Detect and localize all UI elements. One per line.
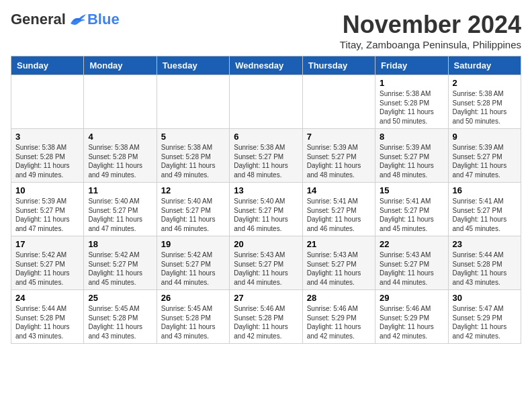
day-info: Sunrise: 5:38 AM Sunset: 5:28 PM Dayligh… xyxy=(161,143,225,179)
day-info: Sunrise: 5:42 AM Sunset: 5:27 PM Dayligh… xyxy=(15,250,79,287)
day-number: 12 xyxy=(161,185,225,195)
day-number: 15 xyxy=(380,185,443,195)
day-cell: 24Sunrise: 5:44 AM Sunset: 5:28 PM Dayli… xyxy=(11,290,84,344)
day-cell: 18Sunrise: 5:42 AM Sunset: 5:27 PM Dayli… xyxy=(84,236,157,290)
week-row-5: 24Sunrise: 5:44 AM Sunset: 5:28 PM Dayli… xyxy=(11,290,521,344)
day-cell xyxy=(157,75,229,129)
day-cell xyxy=(11,75,84,129)
day-number: 8 xyxy=(380,132,443,142)
day-number: 24 xyxy=(15,293,79,303)
day-cell: 16Sunrise: 5:41 AM Sunset: 5:27 PM Dayli… xyxy=(448,183,521,236)
day-number: 13 xyxy=(234,185,298,195)
day-info: Sunrise: 5:39 AM Sunset: 5:27 PM Dayligh… xyxy=(453,143,517,179)
day-number: 21 xyxy=(307,239,371,249)
week-row-1: 1Sunrise: 5:38 AM Sunset: 5:28 PM Daylig… xyxy=(11,75,521,129)
day-info: Sunrise: 5:44 AM Sunset: 5:28 PM Dayligh… xyxy=(453,250,517,287)
day-cell: 1Sunrise: 5:38 AM Sunset: 5:28 PM Daylig… xyxy=(375,75,448,129)
day-number: 19 xyxy=(161,239,225,249)
page-header: General Blue November 2024 Titay, Zamboa… xyxy=(11,11,521,50)
day-info: Sunrise: 5:40 AM Sunset: 5:27 PM Dayligh… xyxy=(234,197,298,233)
day-number: 6 xyxy=(234,132,298,142)
day-number: 22 xyxy=(380,239,443,249)
day-info: Sunrise: 5:38 AM Sunset: 5:28 PM Dayligh… xyxy=(453,89,517,126)
day-cell: 28Sunrise: 5:46 AM Sunset: 5:29 PM Dayli… xyxy=(302,290,375,344)
weekday-header-tuesday: Tuesday xyxy=(157,56,229,75)
weekday-header-thursday: Thursday xyxy=(302,56,375,75)
day-cell: 7Sunrise: 5:39 AM Sunset: 5:27 PM Daylig… xyxy=(302,129,375,183)
day-info: Sunrise: 5:38 AM Sunset: 5:28 PM Dayligh… xyxy=(15,143,79,179)
day-info: Sunrise: 5:40 AM Sunset: 5:27 PM Dayligh… xyxy=(161,197,225,233)
day-cell: 5Sunrise: 5:38 AM Sunset: 5:28 PM Daylig… xyxy=(157,129,229,183)
day-number: 4 xyxy=(88,132,152,142)
day-cell xyxy=(84,75,157,129)
day-info: Sunrise: 5:41 AM Sunset: 5:27 PM Dayligh… xyxy=(453,197,517,233)
day-info: Sunrise: 5:42 AM Sunset: 5:27 PM Dayligh… xyxy=(88,250,152,287)
day-info: Sunrise: 5:43 AM Sunset: 5:27 PM Dayligh… xyxy=(307,250,371,287)
weekday-header-monday: Monday xyxy=(84,56,157,75)
day-cell: 9Sunrise: 5:39 AM Sunset: 5:27 PM Daylig… xyxy=(448,129,521,183)
day-number: 2 xyxy=(453,78,517,88)
day-info: Sunrise: 5:43 AM Sunset: 5:27 PM Dayligh… xyxy=(234,250,298,287)
day-info: Sunrise: 5:41 AM Sunset: 5:27 PM Dayligh… xyxy=(307,197,371,233)
day-number: 30 xyxy=(453,293,517,303)
day-cell: 10Sunrise: 5:39 AM Sunset: 5:27 PM Dayli… xyxy=(11,183,84,236)
day-cell: 20Sunrise: 5:43 AM Sunset: 5:27 PM Dayli… xyxy=(230,236,302,290)
location-title: Titay, Zamboanga Peninsula, Philippines xyxy=(340,39,521,50)
logo-blue-text: Blue xyxy=(87,11,120,28)
day-info: Sunrise: 5:45 AM Sunset: 5:28 PM Dayligh… xyxy=(88,304,152,340)
day-cell: 23Sunrise: 5:44 AM Sunset: 5:28 PM Dayli… xyxy=(448,236,521,290)
day-info: Sunrise: 5:46 AM Sunset: 5:29 PM Dayligh… xyxy=(380,304,443,340)
day-number: 11 xyxy=(88,185,152,195)
day-cell: 3Sunrise: 5:38 AM Sunset: 5:28 PM Daylig… xyxy=(11,129,84,183)
day-cell: 22Sunrise: 5:43 AM Sunset: 5:27 PM Dayli… xyxy=(375,236,448,290)
day-info: Sunrise: 5:40 AM Sunset: 5:27 PM Dayligh… xyxy=(88,197,152,233)
day-number: 27 xyxy=(234,293,298,303)
day-number: 14 xyxy=(307,185,371,195)
day-cell: 25Sunrise: 5:45 AM Sunset: 5:28 PM Dayli… xyxy=(84,290,157,344)
day-cell: 2Sunrise: 5:38 AM Sunset: 5:28 PM Daylig… xyxy=(448,75,521,129)
weekday-header-friday: Friday xyxy=(375,56,448,75)
day-info: Sunrise: 5:46 AM Sunset: 5:29 PM Dayligh… xyxy=(307,304,371,340)
day-number: 3 xyxy=(15,132,79,142)
day-info: Sunrise: 5:38 AM Sunset: 5:28 PM Dayligh… xyxy=(380,89,443,126)
day-number: 25 xyxy=(88,293,152,303)
day-info: Sunrise: 5:39 AM Sunset: 5:27 PM Dayligh… xyxy=(15,197,79,233)
logo: General Blue xyxy=(11,11,120,28)
day-info: Sunrise: 5:43 AM Sunset: 5:27 PM Dayligh… xyxy=(380,250,443,287)
day-info: Sunrise: 5:38 AM Sunset: 5:27 PM Dayligh… xyxy=(234,143,298,179)
day-number: 10 xyxy=(15,185,79,195)
day-info: Sunrise: 5:41 AM Sunset: 5:27 PM Dayligh… xyxy=(380,197,443,233)
title-area: November 2024 Titay, Zamboanga Peninsula… xyxy=(340,11,521,50)
day-info: Sunrise: 5:42 AM Sunset: 5:27 PM Dayligh… xyxy=(161,250,225,287)
calendar-table: SundayMondayTuesdayWednesdayThursdayFrid… xyxy=(11,56,521,344)
weekday-header-row: SundayMondayTuesdayWednesdayThursdayFrid… xyxy=(11,56,521,75)
day-cell: 27Sunrise: 5:46 AM Sunset: 5:28 PM Dayli… xyxy=(230,290,302,344)
day-info: Sunrise: 5:38 AM Sunset: 5:28 PM Dayligh… xyxy=(88,143,152,179)
day-cell: 14Sunrise: 5:41 AM Sunset: 5:27 PM Dayli… xyxy=(302,183,375,236)
day-cell: 8Sunrise: 5:39 AM Sunset: 5:27 PM Daylig… xyxy=(375,129,448,183)
day-number: 18 xyxy=(88,239,152,249)
day-cell xyxy=(302,75,375,129)
day-number: 17 xyxy=(15,239,79,249)
day-info: Sunrise: 5:39 AM Sunset: 5:27 PM Dayligh… xyxy=(380,143,443,179)
day-cell: 26Sunrise: 5:45 AM Sunset: 5:28 PM Dayli… xyxy=(157,290,229,344)
weekday-header-wednesday: Wednesday xyxy=(230,56,302,75)
day-number: 20 xyxy=(234,239,298,249)
month-title: November 2024 xyxy=(340,11,521,39)
day-cell: 29Sunrise: 5:46 AM Sunset: 5:29 PM Dayli… xyxy=(375,290,448,344)
weekday-header-sunday: Sunday xyxy=(11,56,84,75)
day-cell xyxy=(230,75,302,129)
day-info: Sunrise: 5:39 AM Sunset: 5:27 PM Dayligh… xyxy=(307,143,371,179)
logo-general-text: General xyxy=(11,11,66,28)
day-cell: 30Sunrise: 5:47 AM Sunset: 5:29 PM Dayli… xyxy=(448,290,521,344)
day-cell: 11Sunrise: 5:40 AM Sunset: 5:27 PM Dayli… xyxy=(84,183,157,236)
day-number: 1 xyxy=(380,78,443,88)
day-number: 5 xyxy=(161,132,225,142)
logo-bird-icon xyxy=(67,11,87,28)
day-cell: 19Sunrise: 5:42 AM Sunset: 5:27 PM Dayli… xyxy=(157,236,229,290)
week-row-3: 10Sunrise: 5:39 AM Sunset: 5:27 PM Dayli… xyxy=(11,183,521,236)
day-number: 26 xyxy=(161,293,225,303)
day-cell: 21Sunrise: 5:43 AM Sunset: 5:27 PM Dayli… xyxy=(302,236,375,290)
day-info: Sunrise: 5:44 AM Sunset: 5:28 PM Dayligh… xyxy=(15,304,79,340)
week-row-2: 3Sunrise: 5:38 AM Sunset: 5:28 PM Daylig… xyxy=(11,129,521,183)
